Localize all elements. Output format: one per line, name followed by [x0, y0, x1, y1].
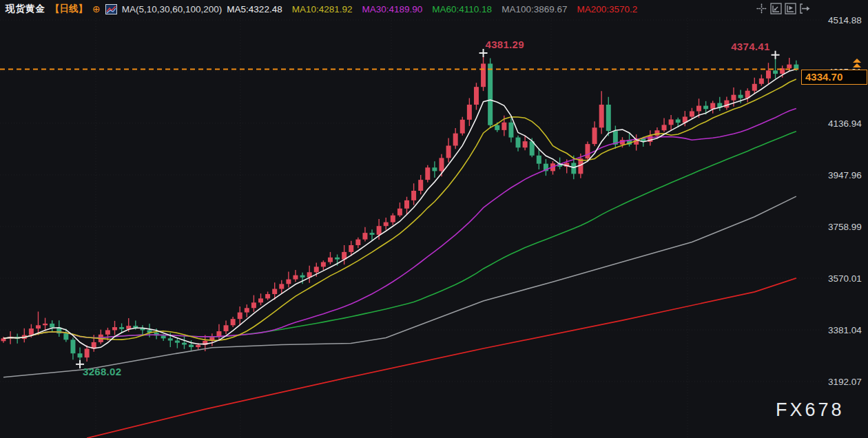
- price-annotation: 4374.41: [731, 41, 769, 52]
- y-axis-tick: 3758.99: [828, 221, 862, 231]
- gridlines: [0, 18, 824, 438]
- y-axis-tick: 3192.07: [828, 377, 862, 387]
- watermark: FX678: [776, 399, 845, 421]
- legend-ma10: MA10:4281.92: [292, 4, 353, 14]
- legend-ma100: MA100:3869.67: [502, 4, 567, 14]
- expand-icon[interactable]: ⊕: [92, 4, 101, 14]
- auto-scroll-icon[interactable]: [785, 3, 796, 14]
- y-axis-tick: 4136.94: [828, 118, 862, 128]
- ma60-line: [3, 132, 796, 339]
- current-price-label: 4334.70: [801, 70, 867, 85]
- legend-ma5: MA5:4322.48: [227, 4, 282, 14]
- y-axis-tick: 3947.96: [828, 169, 862, 180]
- ma100-line: [3, 196, 796, 377]
- legend-ma30: MA30:4189.90: [362, 4, 422, 14]
- goto-latest-icon[interactable]: [799, 3, 811, 14]
- symbol-title: 现货黄金: [6, 3, 45, 15]
- price-annotation: 4381.29: [486, 39, 524, 50]
- y-axis-tick: 3570.01: [828, 273, 862, 284]
- y-axis-tick: 3381.04: [828, 325, 862, 335]
- chart-logo-icon: [105, 4, 117, 14]
- timeframe-label[interactable]: 【日线】: [50, 3, 87, 15]
- ma-legend: MA5:4322.48MA10:4281.92MA30:4189.90MA60:…: [227, 4, 637, 14]
- legend-ma60: MA60:4110.18: [432, 4, 492, 14]
- legend-ma200: MA200:3570.2: [577, 4, 637, 14]
- trading-chart-app: 现货黄金 【日线】 ⊕ MA(5,10,30,60,100,200) MA5:4…: [0, 0, 868, 438]
- price-annotation: 3268.02: [83, 366, 121, 377]
- ma200-line: [87, 278, 796, 438]
- current-price-value: 4334.70: [805, 71, 843, 83]
- candlesticks: [1, 56, 799, 362]
- chart-canvas[interactable]: [0, 0, 868, 438]
- ma30-line: [3, 108, 796, 338]
- chart-toolbar: [756, 3, 811, 14]
- price-up-arrows-icon[interactable]: [853, 59, 861, 68]
- chart-header: 现货黄金 【日线】 ⊕ MA(5,10,30,60,100,200) MA5:4…: [0, 0, 868, 18]
- high-cross-marker: [772, 51, 780, 59]
- ma-group-label: MA(5,10,30,60,100,200): [122, 4, 223, 14]
- crosshair-icon[interactable]: [756, 3, 767, 14]
- fit-chart-icon[interactable]: [770, 3, 782, 14]
